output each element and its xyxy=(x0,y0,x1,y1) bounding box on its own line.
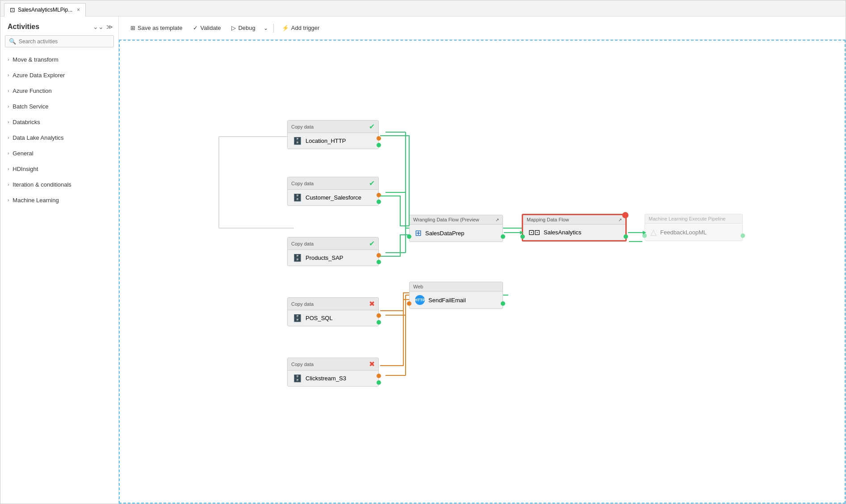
node-type-label: Copy data xyxy=(291,241,314,246)
node-type-label: Mapping Data Flow xyxy=(527,217,569,222)
node-body: ⊡⊡ SalesAnalytics xyxy=(523,225,625,240)
node-type-label: Machine Learning Execute Pipeline xyxy=(649,216,725,221)
tab-label: SalesAnalyticsMLPip... xyxy=(18,7,72,13)
sidebar-item-label: Azure Function xyxy=(13,87,51,94)
ml-pipeline-node[interactable]: Machine Learning Execute Pipeline △ Feed… xyxy=(645,214,743,241)
sidebar-item-data-lake-analytics[interactable]: › Data Lake Analytics xyxy=(0,130,118,146)
node-body: HTTP SendFailEmail xyxy=(410,292,503,308)
search-input[interactable] xyxy=(19,38,110,45)
collapse-icon[interactable]: ⌄⌄ xyxy=(93,23,104,30)
chevron-icon: › xyxy=(8,135,9,140)
sidebar-item-batch-service[interactable]: › Batch Service xyxy=(0,99,118,114)
validate-icon: ✓ xyxy=(193,25,198,31)
pipeline-tab[interactable]: ⊡ SalesAnalyticsMLPip... × xyxy=(4,3,86,17)
node-header: Copy data ✔ xyxy=(288,177,378,190)
mapping-dataflow-node[interactable]: Mapping Data Flow ↗ ⊡⊡ SalesAnalytics xyxy=(522,214,627,242)
node-header: Copy data ✔ xyxy=(288,237,378,250)
sidebar-item-general[interactable]: › General xyxy=(0,146,118,161)
copy-node-pos-sql[interactable]: Copy data ✖ 🗄️ POS_SQL xyxy=(287,297,379,326)
chevron-icon: › xyxy=(8,151,9,156)
node-header: Mapping Data Flow ↗ xyxy=(523,215,625,225)
dataflow-icon: ⊞ xyxy=(415,228,422,238)
chevron-icon: › xyxy=(8,198,9,203)
node-header: Machine Learning Execute Pipeline xyxy=(645,214,742,224)
chevron-icon: › xyxy=(8,182,9,187)
node-name: Customer_Salesforce xyxy=(306,194,361,201)
node-body: 🗄️ Clickstream_S3 xyxy=(288,371,378,386)
node-name: Clickstream_S3 xyxy=(306,375,346,382)
database-icon: 🗄️ xyxy=(293,314,302,322)
tab-close-button[interactable]: × xyxy=(77,7,80,13)
success-icon: ✔ xyxy=(369,179,375,187)
node-type-label: Copy data xyxy=(291,301,314,307)
external-link-icon[interactable]: ↗ xyxy=(618,217,622,222)
pipeline-canvas[interactable]: Copy data ✔ 🗄️ Location_HTTP Copy data xyxy=(119,40,846,504)
sidebar-item-databricks[interactable]: › Databricks xyxy=(0,114,118,130)
sidebar-item-hdinsight[interactable]: › HDInsight xyxy=(0,161,118,177)
add-trigger-label: Add trigger xyxy=(291,25,320,31)
node-name: SalesAnalytics xyxy=(544,229,582,236)
node-body: 🗄️ POS_SQL xyxy=(288,310,378,326)
debug-dropdown-button[interactable]: ⌄ xyxy=(262,23,270,33)
tab-icon: ⊡ xyxy=(10,6,15,13)
red-indicator-dot xyxy=(622,212,628,218)
sidebar-item-label: Data Lake Analytics xyxy=(13,134,63,141)
copy-node-customer-salesforce[interactable]: Copy data ✔ 🗄️ Customer_Salesforce xyxy=(287,177,379,206)
main-layout: Activities ⌄⌄ ≫ 🔍 › Move & transform › A… xyxy=(0,17,846,504)
error-icon: ✖ xyxy=(369,360,375,368)
add-trigger-button[interactable]: ⚡ Add trigger xyxy=(277,22,324,33)
debug-icon: ▷ xyxy=(231,25,236,31)
sidebar-item-iteration-conditionals[interactable]: › Iteration & conditionals xyxy=(0,177,118,192)
copy-node-clickstream-s3[interactable]: Copy data ✖ 🗄️ Clickstream_S3 xyxy=(287,358,379,387)
close-sidebar-icon[interactable]: ≫ xyxy=(106,23,113,30)
node-body: 🗄️ Customer_Salesforce xyxy=(288,190,378,205)
sidebar-item-move-transform[interactable]: › Move & transform xyxy=(0,52,118,67)
node-type-label: Web xyxy=(413,284,423,289)
tab-bar: ⊡ SalesAnalyticsMLPip... × xyxy=(0,0,846,17)
web-node-sendfailemail[interactable]: Web HTTP SendFailEmail xyxy=(409,282,503,309)
sidebar-item-label: Databricks xyxy=(13,119,40,125)
node-body: 🗄️ Location_HTTP xyxy=(288,133,378,149)
database-icon: 🗄️ xyxy=(293,193,302,202)
external-link-icon[interactable]: ↗ xyxy=(495,217,499,222)
sidebar-title: Activities xyxy=(8,23,39,31)
save-template-label: Save as template xyxy=(138,25,182,31)
node-body: 🗄️ Products_SAP xyxy=(288,250,378,266)
save-as-template-button[interactable]: ⊞ Save as template xyxy=(126,22,187,33)
node-name: POS_SQL xyxy=(306,315,333,321)
sidebar-item-machine-learning[interactable]: › Machine Learning xyxy=(0,192,118,208)
wrangling-dataflow-node[interactable]: Wrangling Data Flow (Preview ↗ ⊞ SalesDa… xyxy=(409,215,503,242)
sidebar-item-label: Iteration & conditionals xyxy=(13,181,71,188)
sidebar-item-label: Azure Data Explorer xyxy=(13,72,65,79)
sidebar-item-azure-function[interactable]: › Azure Function xyxy=(0,83,118,99)
sidebar-item-label: General xyxy=(13,150,33,157)
node-name: SendFailEmail xyxy=(428,297,466,304)
node-type-label: Copy data xyxy=(291,181,314,186)
toolbar-divider xyxy=(273,24,274,33)
sidebar-controls: ⌄⌄ ≫ xyxy=(93,23,113,30)
node-body: ⊞ SalesDataPrep xyxy=(410,225,503,242)
chevron-icon: › xyxy=(8,104,9,109)
chevron-icon: › xyxy=(8,120,9,125)
debug-button[interactable]: ▷ Debug xyxy=(227,22,260,33)
connectors-svg xyxy=(120,41,845,503)
sidebar-items: › Move & transform › Azure Data Explorer… xyxy=(0,52,118,504)
arrows-svg xyxy=(120,41,845,503)
database-icon: 🗄️ xyxy=(293,374,302,383)
search-icon: 🔍 xyxy=(9,38,16,45)
validate-button[interactable]: ✓ Validate xyxy=(188,22,225,33)
search-box[interactable]: 🔍 xyxy=(5,35,114,47)
node-header: Copy data ✖ xyxy=(288,358,378,371)
node-type-label: Copy data xyxy=(291,124,314,129)
node-header: Wrangling Data Flow (Preview ↗ xyxy=(410,215,503,225)
copy-node-products-sap[interactable]: Copy data ✔ 🗄️ Products_SAP xyxy=(287,237,379,266)
copy-node-location-http[interactable]: Copy data ✔ 🗄️ Location_HTTP xyxy=(287,120,379,149)
sidebar: Activities ⌄⌄ ≫ 🔍 › Move & transform › A… xyxy=(0,17,119,504)
sidebar-item-azure-data-explorer[interactable]: › Azure Data Explorer xyxy=(0,67,118,83)
validate-label: Validate xyxy=(200,25,221,31)
node-header: Web xyxy=(410,282,503,292)
http-icon: HTTP xyxy=(415,295,425,305)
mapping-icon: ⊡⊡ xyxy=(528,228,540,237)
node-body: △ FeedbackLoopML xyxy=(645,224,742,241)
node-type-label: Copy data xyxy=(291,362,314,367)
